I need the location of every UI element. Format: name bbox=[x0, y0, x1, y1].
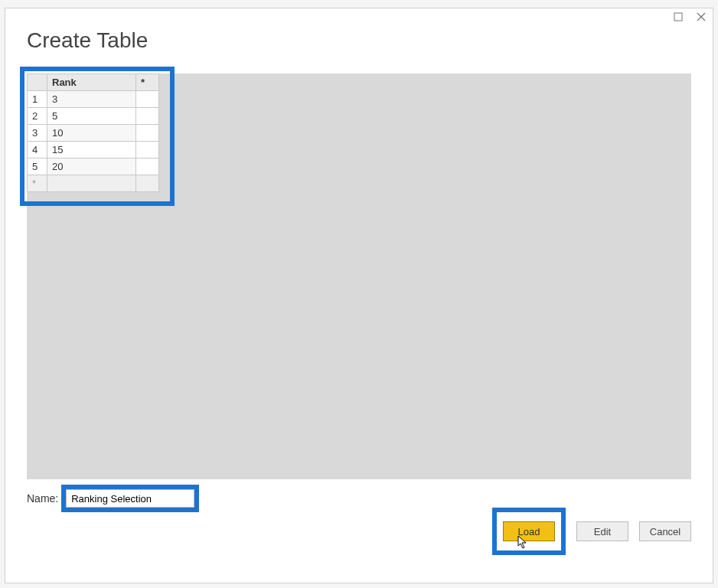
cancel-button[interactable]: Cancel bbox=[639, 521, 691, 541]
row-number: 1 bbox=[28, 91, 47, 108]
new-row-marker: * bbox=[28, 175, 47, 192]
cell-extra[interactable] bbox=[136, 142, 159, 158]
name-row: Name: bbox=[27, 485, 199, 512]
create-table-dialog: Create Table Rank * 1 3 2 5 bbox=[5, 8, 713, 583]
load-button[interactable]: Load bbox=[503, 521, 555, 541]
cell-rank-empty[interactable] bbox=[47, 175, 136, 192]
close-button[interactable] bbox=[696, 11, 707, 22]
cell-rank[interactable]: 3 bbox=[47, 91, 136, 108]
column-header-rank[interactable]: Rank bbox=[47, 74, 136, 91]
edit-button[interactable]: Edit bbox=[576, 521, 628, 541]
cell-rank[interactable]: 20 bbox=[47, 158, 136, 175]
cell-extra[interactable] bbox=[136, 125, 159, 142]
cell-rank[interactable]: 15 bbox=[47, 142, 136, 158]
content-area: Rank * 1 3 2 5 3 10 bbox=[27, 74, 691, 479]
window-controls bbox=[673, 11, 707, 22]
cell-extra[interactable] bbox=[136, 158, 159, 175]
maximize-button[interactable] bbox=[673, 11, 684, 22]
table-row[interactable]: 2 5 bbox=[28, 108, 159, 125]
row-number-header bbox=[28, 74, 47, 91]
row-number: 5 bbox=[28, 158, 47, 175]
button-row: Load Edit Cancel bbox=[492, 508, 691, 555]
name-input[interactable] bbox=[66, 489, 194, 508]
name-label: Name: bbox=[27, 492, 58, 505]
data-grid[interactable]: Rank * 1 3 2 5 3 10 bbox=[27, 74, 159, 192]
table-row[interactable]: 4 15 bbox=[28, 142, 159, 158]
row-number: 3 bbox=[28, 125, 47, 142]
cell-extra[interactable] bbox=[136, 108, 159, 125]
row-number: 2 bbox=[28, 108, 47, 125]
header-row: Rank * bbox=[28, 74, 159, 91]
cell-extra-empty[interactable] bbox=[136, 175, 159, 192]
new-row[interactable]: * bbox=[28, 175, 159, 192]
load-button-highlight: Load bbox=[492, 508, 566, 555]
cell-rank[interactable]: 5 bbox=[47, 108, 136, 125]
svg-rect-0 bbox=[674, 13, 682, 21]
name-input-highlight bbox=[61, 485, 199, 512]
row-number: 4 bbox=[28, 142, 47, 158]
column-header-add[interactable]: * bbox=[136, 74, 159, 91]
table-row[interactable]: 5 20 bbox=[28, 158, 159, 175]
table-row[interactable]: 3 10 bbox=[28, 125, 159, 142]
cell-rank[interactable]: 10 bbox=[47, 125, 136, 142]
cell-extra[interactable] bbox=[136, 91, 159, 108]
table-row[interactable]: 1 3 bbox=[28, 91, 159, 108]
dialog-title: Create Table bbox=[27, 28, 148, 53]
